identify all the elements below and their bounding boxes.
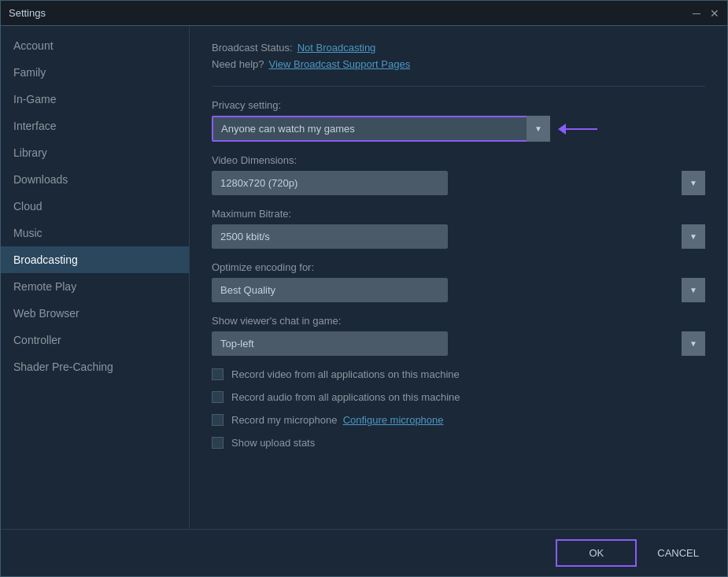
- main-content: Account Family In-Game Interface Library…: [1, 26, 727, 529]
- help-link[interactable]: View Broadcast Support Pages: [269, 58, 411, 70]
- privacy-dropdown-wrapper: Anyone can watch my games ▼: [212, 116, 550, 142]
- max-bitrate-dropdown-wrapper: 2500 kbit/s ▼: [212, 224, 705, 249]
- checkbox-record-mic[interactable]: [212, 414, 224, 426]
- sidebar-item-family[interactable]: Family: [1, 59, 189, 86]
- viewer-chat-dropdown-wrapper: Top-left ▼: [212, 331, 705, 356]
- broadcast-status-value[interactable]: Not Broadcasting: [297, 42, 376, 54]
- sidebar-item-controller[interactable]: Controller: [1, 327, 189, 353]
- footer: OK CANCEL: [1, 529, 727, 576]
- optimize-group: Optimize encoding for: Best Quality ▼: [212, 261, 705, 302]
- checkbox-upload-stats[interactable]: [212, 437, 224, 449]
- window-title: Settings: [9, 7, 46, 19]
- optimize-dropdown[interactable]: Best Quality: [212, 278, 448, 302]
- panel-broadcasting: Broadcast Status: Not Broadcasting Need …: [190, 26, 727, 529]
- video-dim-dropdown[interactable]: 1280x720 (720p): [212, 171, 448, 195]
- checkbox-record-mic-label: Record my microphone Configure microphon…: [231, 414, 444, 426]
- privacy-group: Privacy setting: Anyone can watch my gam…: [212, 99, 705, 142]
- broadcast-status-label: Broadcast Status:: [212, 42, 293, 54]
- settings-window: Settings ─ ✕ Account Family In-Game Inte…: [0, 0, 728, 577]
- max-bitrate-arrow-icon: ▼: [682, 224, 705, 249]
- sidebar-item-broadcasting[interactable]: Broadcasting: [1, 246, 189, 273]
- viewer-chat-dropdown[interactable]: Top-left: [212, 331, 448, 356]
- arrow-indicator: [559, 124, 597, 135]
- help-label: Need help?: [212, 58, 264, 70]
- sidebar-item-remoteplay[interactable]: Remote Play: [1, 273, 189, 300]
- viewer-chat-group: Show viewer's chat in game: Top-left ▼: [212, 315, 705, 356]
- video-dim-label: Video Dimensions:: [212, 154, 705, 166]
- privacy-dropdown[interactable]: Anyone can watch my games: [212, 116, 550, 142]
- video-dim-group: Video Dimensions: 1280x720 (720p) ▼: [212, 154, 705, 195]
- broadcast-status-row: Broadcast Status: Not Broadcasting: [212, 42, 705, 54]
- video-dim-arrow-icon: ▼: [682, 171, 705, 195]
- sidebar-item-webbrowser[interactable]: Web Browser: [1, 300, 189, 327]
- cancel-button[interactable]: CANCEL: [645, 541, 711, 565]
- checkbox-row-4: Show upload stats: [212, 437, 705, 449]
- help-row: Need help? View Broadcast Support Pages: [212, 58, 705, 70]
- checkbox-record-video[interactable]: [212, 368, 224, 380]
- video-dim-dropdown-wrapper: 1280x720 (720p) ▼: [212, 171, 705, 195]
- optimize-dropdown-wrapper: Best Quality ▼: [212, 278, 705, 302]
- configure-microphone-link[interactable]: Configure microphone: [343, 414, 444, 426]
- arrow-head-icon: [558, 124, 566, 135]
- sidebar-item-music[interactable]: Music: [1, 220, 189, 246]
- max-bitrate-label: Maximum Bitrate:: [212, 208, 705, 220]
- sidebar-item-account[interactable]: Account: [1, 32, 189, 59]
- viewer-chat-arrow-icon: ▼: [682, 331, 705, 356]
- checkbox-row-3: Record my microphone Configure microphon…: [212, 414, 705, 426]
- optimize-arrow-icon: ▼: [682, 278, 705, 302]
- sidebar-item-library[interactable]: Library: [1, 139, 189, 166]
- max-bitrate-group: Maximum Bitrate: 2500 kbit/s ▼: [212, 208, 705, 249]
- arrow-line: [566, 128, 597, 130]
- checkbox-upload-stats-label: Show upload stats: [231, 437, 315, 449]
- ok-button[interactable]: OK: [556, 539, 637, 567]
- divider-top: [212, 86, 705, 87]
- max-bitrate-dropdown[interactable]: 2500 kbit/s: [212, 224, 448, 249]
- minimize-button[interactable]: ─: [693, 8, 700, 19]
- sidebar-item-downloads[interactable]: Downloads: [1, 166, 189, 193]
- close-button[interactable]: ✕: [710, 8, 719, 19]
- checkbox-record-video-label: Record video from all applications on th…: [231, 368, 460, 380]
- sidebar: Account Family In-Game Interface Library…: [1, 26, 190, 529]
- checkbox-record-audio-label: Record audio from all applications on th…: [231, 391, 460, 403]
- checkboxes-section: Record video from all applications on th…: [212, 368, 705, 449]
- sidebar-item-shaderprecaching[interactable]: Shader Pre-Caching: [1, 353, 189, 380]
- checkbox-row-2: Record audio from all applications on th…: [212, 391, 705, 403]
- window-controls: ─ ✕: [693, 8, 719, 19]
- checkbox-row-1: Record video from all applications on th…: [212, 368, 705, 380]
- sidebar-item-interface[interactable]: Interface: [1, 113, 189, 139]
- optimize-label: Optimize encoding for:: [212, 261, 705, 273]
- sidebar-item-cloud[interactable]: Cloud: [1, 193, 189, 220]
- titlebar: Settings ─ ✕: [1, 1, 727, 26]
- privacy-label: Privacy setting:: [212, 99, 705, 111]
- viewer-chat-label: Show viewer's chat in game:: [212, 315, 705, 327]
- sidebar-item-ingame[interactable]: In-Game: [1, 86, 189, 113]
- checkbox-record-audio[interactable]: [212, 391, 224, 403]
